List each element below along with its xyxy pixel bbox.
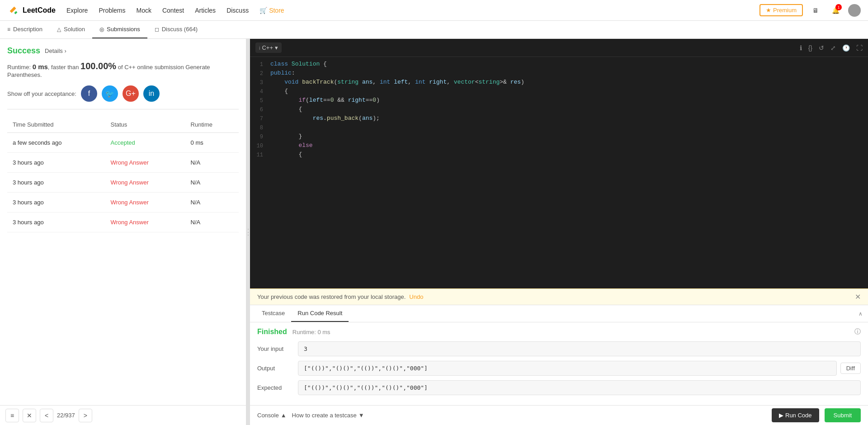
table-row[interactable]: 3 hours agoWrong AnswerN/A — [7, 212, 239, 232]
left-panel: Success Details › Runtime: 0 ms, faster … — [0, 39, 246, 425]
runtime-percent: 100.00% — [80, 61, 116, 71]
cell-status[interactable]: Wrong Answer — [105, 212, 185, 232]
runtime-info: Runtime: 0 ms — [292, 329, 330, 335]
cell-status[interactable]: Accepted — [105, 133, 185, 153]
tab-description[interactable]: ≡ Description — [0, 21, 50, 38]
nav-mock[interactable]: Mock — [137, 7, 151, 14]
logo[interactable]: LeetCode — [7, 4, 56, 17]
avatar[interactable] — [848, 4, 861, 17]
run-code-button[interactable]: ▶ Run Code — [772, 408, 819, 422]
diff-button[interactable]: Diff — [840, 363, 861, 374]
right-panel: i C++ ▾ ℹ {} ↺ ⤢ 🕐 ⛶ 1 class Solution { … — [250, 39, 868, 425]
tab-solution[interactable]: △ Solution — [50, 21, 92, 38]
nav-discuss[interactable]: Discuss — [226, 7, 249, 14]
your-input-row: Your input 3 — [257, 341, 861, 356]
expand-icon[interactable]: ⤢ — [830, 44, 836, 52]
cell-time: 3 hours ago — [7, 173, 105, 193]
tab-discuss[interactable]: ◻ Discuss (664) — [147, 21, 205, 38]
sub-tabs: ≡ Description △ Solution ◎ Submissions ◻… — [0, 21, 868, 39]
finished-row: Finished Runtime: 0 ms ⓘ — [257, 328, 861, 336]
twitter-share-button[interactable]: 🐦 — [102, 85, 118, 102]
run-result: Finished Runtime: 0 ms ⓘ Your input 3 Ou… — [250, 322, 868, 405]
nav-problems[interactable]: Problems — [99, 7, 125, 14]
share-row: Show off your acceptance: f 🐦 G+ in — [7, 85, 239, 102]
tab-testcase[interactable]: Testcase — [255, 305, 291, 322]
facebook-share-button[interactable]: f — [81, 85, 97, 102]
cell-status[interactable]: Wrong Answer — [105, 153, 185, 173]
cell-status[interactable]: Wrong Answer — [105, 193, 185, 212]
table-row[interactable]: a few seconds agoAccepted0 ms — [7, 133, 239, 153]
cell-runtime: N/A — [185, 173, 239, 193]
your-input-value: 3 — [298, 341, 861, 356]
table-row[interactable]: 3 hours agoWrong AnswerN/A — [7, 153, 239, 173]
restore-text: Your previous code was restored from you… — [257, 293, 406, 300]
tab-run-code-result[interactable]: Run Code Result — [291, 305, 349, 322]
language-label: C++ — [262, 44, 273, 51]
reset-icon[interactable]: ↺ — [819, 44, 824, 52]
details-link[interactable]: Details › — [45, 47, 66, 54]
solution-icon: △ — [57, 26, 61, 33]
nav-articles[interactable]: Articles — [195, 7, 216, 14]
your-input-label: Your input — [257, 345, 298, 352]
col-time-submitted: Time Submitted — [7, 117, 105, 133]
restore-notice: Your previous code was restored from you… — [250, 288, 868, 305]
code-editor[interactable]: 1 class Solution { 2 public: 3 void back… — [250, 57, 868, 288]
nav-store[interactable]: 🛒 Store — [259, 7, 284, 14]
submit-button[interactable]: Submit — [825, 408, 861, 422]
cell-time: 3 hours ago — [7, 212, 105, 232]
output-row: Output ["(())","()()","(())","()()","000… — [257, 361, 861, 376]
format-icon[interactable]: {} — [808, 44, 812, 52]
output-label: Output — [257, 365, 298, 372]
submissions-table: Time Submitted Status Runtime a few seco… — [7, 117, 239, 232]
cell-runtime: N/A — [185, 212, 239, 232]
tab-submissions[interactable]: ◎ Submissions — [92, 21, 147, 38]
close-restore-button[interactable]: ✕ — [855, 293, 861, 301]
table-row[interactable]: 3 hours agoWrong AnswerN/A — [7, 193, 239, 212]
runtime-text: Runtime: 0 ms, faster than 100.00% of C+… — [7, 61, 239, 78]
how-to-create-testcase-link[interactable]: How to create a testcase ▼ — [292, 412, 364, 419]
nav-contest[interactable]: Contest — [162, 7, 184, 14]
cell-status[interactable]: Wrong Answer — [105, 173, 185, 193]
list-icon-btn[interactable]: ≡ — [5, 409, 19, 422]
console-button[interactable]: Console ▲ — [257, 412, 287, 419]
monitor-icon: 🖥 — [812, 7, 819, 14]
cell-runtime: N/A — [185, 153, 239, 173]
submissions-icon: ◎ — [99, 26, 104, 33]
next-page-btn[interactable]: > — [79, 409, 92, 422]
info-icon[interactable]: ℹ — [800, 44, 802, 52]
bell-icon-btn[interactable]: 🔔 1 — [828, 3, 843, 18]
code-line: 9 } — [250, 133, 868, 142]
undo-button[interactable]: Undo — [409, 293, 423, 300]
close-icon-btn[interactable]: ✕ — [23, 409, 36, 422]
googleplus-share-button[interactable]: G+ — [123, 85, 139, 102]
expected-value: ["(())","()()","(())","()()","000"] — [298, 380, 861, 395]
clock-icon[interactable]: 🕐 — [842, 44, 850, 52]
monitor-icon-btn[interactable]: 🖥 — [808, 3, 823, 18]
nav-explore[interactable]: Explore — [66, 7, 88, 14]
cell-runtime: 0 ms — [185, 133, 239, 153]
runtime-ms: 0 ms — [33, 63, 48, 71]
linkedin-share-button[interactable]: in — [143, 85, 160, 102]
bottom-panel: Testcase Run Code Result ∧ Finished Runt… — [250, 305, 868, 425]
chevron-up-icon[interactable]: ∧ — [859, 311, 863, 317]
cell-time: 3 hours ago — [7, 193, 105, 212]
fullscreen-icon[interactable]: ⛶ — [856, 44, 863, 52]
table-row[interactable]: 3 hours agoWrong AnswerN/A — [7, 173, 239, 193]
code-line: 1 class Solution { — [250, 61, 868, 70]
star-icon: ★ — [766, 7, 771, 14]
help-icon[interactable]: ⓘ — [854, 328, 861, 336]
code-line: 3 void backTrack(string ans, int left, i… — [250, 79, 868, 88]
code-line: 5 if(left==0 && right==0) — [250, 97, 868, 106]
premium-button[interactable]: ★ Premium — [760, 4, 803, 16]
success-header: Success Details › — [7, 46, 239, 56]
editor-top-bar: i C++ ▾ ℹ {} ↺ ⤢ 🕐 ⛶ — [250, 39, 868, 57]
prev-page-btn[interactable]: < — [40, 409, 53, 422]
code-line: 2 public: — [250, 70, 868, 79]
code-line: 7 res.push_back(ans); — [250, 115, 868, 124]
panel-splitter[interactable] — [246, 39, 250, 425]
cell-runtime: N/A — [185, 193, 239, 212]
page-info: 22/937 — [57, 412, 75, 419]
expected-row: Expected ["(())","()()","(())","()()","0… — [257, 380, 861, 395]
language-select[interactable]: i C++ ▾ — [255, 42, 282, 53]
discuss-icon: ◻ — [155, 26, 159, 33]
